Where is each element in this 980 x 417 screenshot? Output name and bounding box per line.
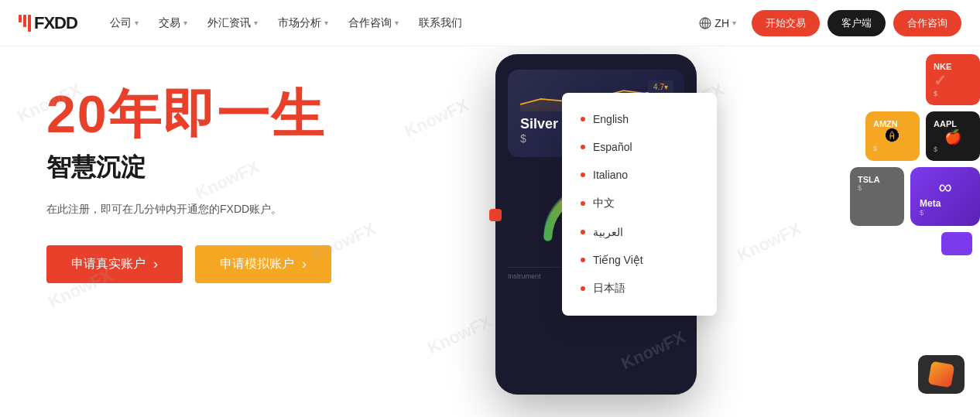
stock-amzn-name: AMZN	[873, 119, 912, 128]
lang-dot-espanol	[581, 145, 585, 149]
hero-title: 20年即一生	[46, 85, 403, 143]
lang-label-vietnamese: Tiếng Việt	[593, 254, 643, 266]
lang-option-italiano[interactable]: Italiano	[562, 161, 717, 189]
lang-label: ZH	[714, 17, 729, 29]
meta-icon: ∞	[920, 176, 971, 198]
stock-card-nke: NKE ✓ $	[926, 54, 980, 105]
nav-item-contact[interactable]: 联系我们	[411, 12, 470, 35]
stock-nke-name: NKE	[934, 62, 972, 71]
lang-option-english[interactable]: English	[562, 105, 717, 133]
arrow-right-icon: ›	[153, 256, 158, 272]
lang-dot-english	[581, 117, 585, 121]
lang-option-japanese[interactable]: 日本語	[562, 274, 717, 303]
hero-desc: 在此注册，即可在几分钟内开通您的FXDD账户。	[46, 200, 403, 217]
price-badge-value: 4.7▾	[653, 83, 668, 91]
lang-option-arabic[interactable]: العربية	[562, 218, 717, 246]
bottom-card-icon	[928, 361, 955, 388]
stock-nke-price: $	[934, 90, 972, 97]
logo-bar-3	[28, 15, 31, 32]
lang-option-vietnamese[interactable]: Tiếng Việt	[562, 246, 717, 274]
lang-option-espanol[interactable]: Español	[562, 133, 717, 161]
chevron-down-icon: ▾	[183, 19, 187, 27]
stock-cards-container: NKE ✓ $ AMZN 🅐 $ AAPL 🍎 $	[763, 54, 980, 255]
nav-items: 公司 ▾ 交易 ▾ 外汇资讯 ▾ 市场分析 ▾ 合作咨询 ▾ 联系我们	[102, 12, 691, 35]
stock-tsla-price: $	[858, 184, 896, 192]
accent-square-red	[489, 209, 502, 221]
nav-item-partner[interactable]: 合作咨询 ▾	[341, 12, 406, 35]
logo-bar-2	[23, 15, 26, 27]
nike-swoosh-icon: ✓	[934, 71, 972, 90]
lang-dot-chinese	[581, 201, 585, 206]
lang-dot-vietnamese	[581, 258, 585, 262]
stock-card-tsla: TSLA $	[850, 167, 904, 226]
lang-label-italiano: Italiano	[593, 169, 628, 181]
apple-icon: 🍎	[934, 128, 972, 145]
lang-dot-italiano	[581, 173, 585, 177]
amazon-icon: 🅐	[873, 128, 912, 145]
hero-buttons: 申请真实账户 › 申请模拟账户 ›	[46, 245, 403, 283]
stock-card-amzn: AMZN 🅐 $	[865, 111, 920, 161]
chevron-down-icon: ▾	[732, 19, 736, 27]
logo-text: FXDD	[34, 13, 77, 33]
lang-option-chinese[interactable]: 中文	[562, 189, 717, 218]
logo-bar-1	[19, 15, 22, 22]
lang-label-espanol: Español	[593, 141, 632, 153]
accent-square-purple	[941, 232, 972, 255]
hero-left: 20年即一生 智慧沉淀 在此注册，即可在几分钟内开通您的FXDD账户。 申请真实…	[0, 46, 433, 417]
nav-item-news[interactable]: 外汇资讯 ▾	[200, 12, 266, 35]
nav-item-analysis[interactable]: 市场分析 ▾	[270, 12, 336, 35]
stock-aapl-name: AAPL	[934, 119, 972, 128]
stock-amzn-price: $	[873, 145, 912, 152]
chevron-down-icon: ▾	[135, 19, 139, 27]
apply-real-account-button[interactable]: 申请真实账户 ›	[46, 245, 183, 283]
stock-card-aapl: AAPL 🍎 $	[926, 111, 980, 161]
lang-dot-japanese	[581, 286, 585, 291]
language-selector[interactable]: ZH ▾	[691, 12, 744, 34]
logo[interactable]: FXDD	[19, 13, 77, 33]
navbar: FXDD 公司 ▾ 交易 ▾ 外汇资讯 ▾ 市场分析 ▾ 合作咨询 ▾ 联系我们	[0, 0, 980, 46]
lang-label-chinese: 中文	[593, 197, 615, 210]
hero-subtitle: 智慧沉淀	[46, 151, 403, 185]
logo-bars-icon	[19, 15, 31, 32]
chevron-down-icon: ▾	[324, 19, 328, 27]
nav-item-trade[interactable]: 交易 ▾	[151, 12, 195, 35]
consult-button[interactable]: 合作咨询	[893, 10, 961, 36]
nav-item-company[interactable]: 公司 ▾	[102, 12, 146, 35]
chevron-down-icon: ▾	[254, 19, 258, 27]
globe-icon	[699, 17, 711, 29]
col-instrument: Instrument	[508, 272, 541, 280]
stock-meta-name: Meta	[920, 198, 971, 209]
stock-meta-price: $	[920, 209, 971, 217]
lang-label-japanese: 日本語	[593, 282, 625, 296]
lang-label-arabic: العربية	[593, 226, 623, 238]
start-trading-button[interactable]: 开始交易	[752, 10, 820, 36]
lang-dot-arabic	[581, 230, 585, 234]
language-dropdown[interactable]: English Español Italiano 中文 العربية Tiến…	[562, 93, 717, 316]
client-button[interactable]: 客户端	[828, 10, 886, 36]
lang-label-english: English	[593, 113, 629, 125]
hero-section: KnowFX KnowFX KnowFX KnowFX KnowFX KnowF…	[0, 46, 980, 417]
arrow-right-icon: ›	[302, 256, 307, 272]
bottom-card	[918, 355, 965, 394]
stock-aapl-price: $	[934, 145, 972, 153]
nav-right: ZH ▾ 开始交易 客户端 合作咨询	[691, 10, 961, 36]
price-badge: 4.7▾	[648, 80, 673, 94]
stock-card-meta: ∞ Meta $	[910, 167, 980, 226]
stock-tsla-name: TSLA	[858, 175, 896, 184]
chevron-down-icon: ▾	[395, 19, 399, 27]
apply-demo-account-button[interactable]: 申请模拟账户 ›	[195, 245, 331, 283]
